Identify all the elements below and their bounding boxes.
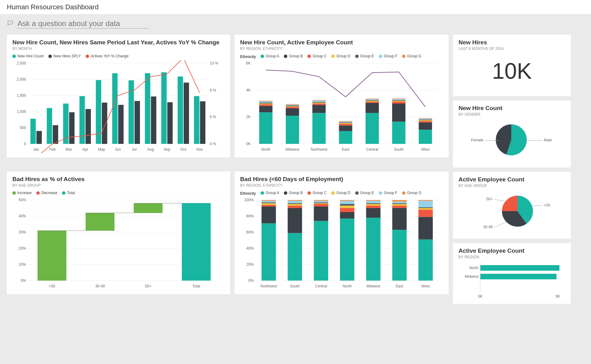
svg-text:Nov: Nov [196,147,203,152]
tile-title: Bad Hires (<60 Days of Employment) [240,176,443,183]
qa-input[interactable] [17,19,148,29]
svg-text:8 %: 8 % [210,88,216,92]
svg-rect-84 [339,123,352,124]
dashboard: Human Resources Dashboard New Hire Count… [0,0,591,311]
svg-text:50%: 50% [19,198,26,202]
legend: Increase Decrease Total [12,191,225,196]
svg-text:100%: 100% [244,198,254,202]
svg-rect-178 [288,201,302,203]
svg-text:0K: 0K [478,294,483,299]
card-value: 10K [459,51,565,93]
svg-rect-197 [366,218,380,281]
tile-hires-by-month[interactable]: New Hire Count, New Hires Same Period La… [7,35,230,158]
svg-rect-192 [340,206,354,208]
svg-rect-40 [161,72,167,144]
svg-rect-185 [314,202,328,203]
svg-rect-189 [340,218,354,280]
svg-rect-211 [392,200,406,202]
svg-text:Oct: Oct [181,147,186,152]
svg-rect-198 [366,208,380,218]
svg-text:Central: Central [366,147,378,152]
svg-rect-107 [419,121,432,122]
svg-rect-207 [392,206,406,208]
svg-rect-90 [365,103,379,113]
svg-rect-28 [96,80,101,144]
svg-text:0%: 0% [248,278,254,283]
pie-gender: FemaleMale [459,117,564,163]
svg-text:10 %: 10 % [210,61,218,65]
svg-rect-34 [128,80,134,144]
legend: Ethnicity Group A Group B Group C Group … [240,54,443,59]
svg-text:South: South [394,147,404,152]
svg-rect-97 [392,122,405,144]
svg-rect-66 [286,108,299,116]
card-hires-by-gender[interactable]: New Hire Count BY GENDER FemaleMale [453,100,571,167]
svg-rect-167 [262,205,276,206]
svg-text:60%: 60% [246,230,254,234]
svg-text:1,000: 1,000 [17,109,26,114]
svg-text:West: West [421,147,430,152]
svg-text:Midwest: Midwest [286,147,300,152]
svg-rect-89 [365,113,379,144]
tile-hires-by-region[interactable]: New Hire Count, Active Employee Count BY… [235,35,449,158]
svg-rect-92 [365,100,379,101]
card-actives-by-age[interactable]: Active Employee Count BY AGE GROUP <3030… [453,172,571,239]
chart-hires-by-month: 05001,0001,5002,0002,5004 %6 %8 %10 %Jan… [12,60,223,153]
svg-text:6 %: 6 % [210,115,216,119]
bar-region: NorthMidwest0K5K [459,259,564,300]
svg-rect-25 [79,96,85,144]
svg-rect-205 [392,230,406,281]
svg-text:Total: Total [192,284,200,288]
svg-rect-31 [112,73,118,144]
svg-rect-218 [419,201,433,207]
svg-rect-195 [340,200,354,201]
svg-rect-174 [288,208,302,233]
svg-rect-202 [366,201,380,203]
svg-rect-179 [288,200,302,201]
svg-rect-59 [259,104,272,106]
svg-text:20%: 20% [246,262,254,267]
svg-text:Aug: Aug [147,147,154,152]
svg-text:500: 500 [20,126,26,130]
tile-bad-hires-region[interactable]: Bad Hires (<60 Days of Employment) BY RE… [235,171,449,294]
card-new-hires[interactable]: New Hires LAST 6 MONTHS OF 2014 10K [453,35,571,96]
svg-text:50+: 50+ [486,197,493,201]
svg-rect-203 [366,200,380,201]
svg-text:Central: Central [315,284,327,288]
svg-rect-177 [288,203,302,204]
svg-rect-79 [312,100,326,100]
svg-rect-214 [419,217,433,239]
svg-text:4 %: 4 % [210,142,216,146]
svg-text:West: West [421,284,430,288]
svg-rect-75 [312,103,326,105]
card-actives-by-region[interactable]: Active Employee Count BY REGION NorthMid… [453,243,571,304]
tile-subtitle: BY MONTH [12,47,225,51]
svg-text:Jan: Jan [33,147,39,152]
svg-rect-37 [145,73,150,144]
svg-rect-194 [340,201,354,204]
svg-text:Northwest: Northwest [311,147,328,152]
qa-row [0,15,591,30]
svg-rect-95 [365,98,379,99]
svg-rect-62 [259,101,272,102]
svg-line-122 [494,199,508,202]
svg-text:Feb: Feb [49,147,56,152]
svg-text:30-49: 30-49 [95,284,105,288]
svg-text:2,500: 2,500 [17,61,26,65]
svg-rect-199 [366,206,380,208]
tile-subtitle: BY REGION [459,255,565,259]
svg-text:30%: 30% [19,230,26,234]
svg-rect-165 [262,223,276,281]
chart-bad-hires-region: 0%20%40%60%80%100%NorthwestSouthCentralN… [240,197,442,290]
svg-rect-76 [312,102,326,103]
svg-rect-183 [314,204,328,206]
tile-title: New Hire Count, New Hires Same Period La… [12,39,225,46]
tile-bad-hires-pct[interactable]: Bad Hires as % of Actives BY AGE GROUP I… [7,171,230,294]
svg-rect-186 [314,201,328,202]
svg-text:0%: 0% [21,278,26,283]
svg-rect-109 [419,119,432,120]
svg-text:North: North [469,266,478,270]
svg-text:1,500: 1,500 [17,93,26,98]
svg-rect-47 [200,101,205,144]
pie-age: <3030-4950+ [459,188,564,234]
